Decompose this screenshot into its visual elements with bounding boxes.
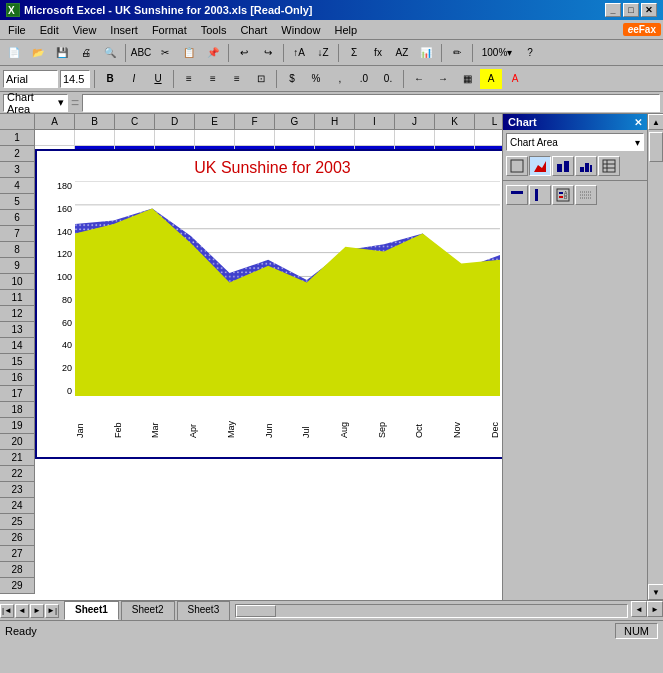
dec-decrease-button[interactable]: 0.	[377, 69, 399, 89]
redo-button[interactable]: ↪	[257, 43, 279, 63]
drawing-button[interactable]: ✏	[446, 43, 468, 63]
merge-center-button[interactable]: ⊡	[250, 69, 272, 89]
row-header-10[interactable]: 10	[0, 274, 35, 290]
col-header-F[interactable]: F	[235, 114, 275, 129]
chart-panel-dropdown[interactable]: Chart Area ▾	[506, 133, 644, 151]
indent-dec-button[interactable]: ←	[408, 69, 430, 89]
tab-next-button[interactable]: ►	[30, 604, 44, 618]
chart-type-bar-btn[interactable]	[552, 156, 574, 176]
print-preview-button[interactable]: 🔍	[99, 43, 121, 63]
name-box-arrow[interactable]: ▾	[58, 96, 64, 109]
col-header-L[interactable]: L	[475, 114, 502, 129]
plot-series-col-btn[interactable]	[529, 185, 551, 205]
row-header-6[interactable]: 6	[0, 210, 35, 226]
menu-tools[interactable]: Tools	[195, 22, 233, 38]
spell-check-button[interactable]: ABC	[130, 43, 152, 63]
font-color-button[interactable]: A	[504, 69, 526, 89]
menu-chart[interactable]: Chart	[234, 22, 273, 38]
col-header-K[interactable]: K	[435, 114, 475, 129]
font-size-input[interactable]	[60, 70, 90, 88]
align-center-button[interactable]: ≡	[202, 69, 224, 89]
h-scroll-right[interactable]: ►	[647, 601, 663, 617]
h-scroll-left[interactable]: ◄	[631, 601, 647, 617]
italic-button[interactable]: I	[123, 69, 145, 89]
sheet-tab-3[interactable]: Sheet3	[177, 601, 231, 620]
row-header-17[interactable]: 17	[0, 386, 35, 402]
scroll-track[interactable]	[648, 130, 663, 584]
tab-first-button[interactable]: |◄	[0, 604, 14, 618]
sheet-tab-1[interactable]: Sheet1	[64, 601, 119, 620]
sum-button[interactable]: Σ	[343, 43, 365, 63]
cell-C1[interactable]	[115, 130, 155, 146]
name-box[interactable]: Chart Area ▾	[3, 94, 68, 112]
copy-button[interactable]: 📋	[178, 43, 200, 63]
new-button[interactable]: 📄	[3, 43, 25, 63]
cell-L1[interactable]	[475, 130, 502, 146]
row-header-24[interactable]: 24	[0, 498, 35, 514]
chart-wizard-button[interactable]: 📊	[415, 43, 437, 63]
help-button[interactable]: ?	[519, 43, 541, 63]
window-controls[interactable]: _ □ ✕	[605, 3, 657, 17]
cell-B1[interactable]	[75, 130, 115, 146]
chart-table-btn[interactable]	[598, 156, 620, 176]
font-name-input[interactable]	[3, 70, 58, 88]
horizontal-scrollbar[interactable]	[232, 601, 631, 620]
menu-help[interactable]: Help	[328, 22, 363, 38]
underline-button[interactable]: U	[147, 69, 169, 89]
sheet-tab-2[interactable]: Sheet2	[121, 601, 175, 620]
cell-J1[interactable]	[395, 130, 435, 146]
cell-G1[interactable]	[275, 130, 315, 146]
func-button[interactable]: fx	[367, 43, 389, 63]
comma-button[interactable]: ,	[329, 69, 351, 89]
cell-I1[interactable]	[355, 130, 395, 146]
scroll-up-button[interactable]: ▲	[648, 114, 663, 130]
cell-E1[interactable]	[195, 130, 235, 146]
undo-button[interactable]: ↩	[233, 43, 255, 63]
row-header-21[interactable]: 21	[0, 450, 35, 466]
col-header-G[interactable]: G	[275, 114, 315, 129]
row-header-14[interactable]: 14	[0, 338, 35, 354]
row-header-26[interactable]: 26	[0, 530, 35, 546]
dec-increase-button[interactable]: .0	[353, 69, 375, 89]
col-header-E[interactable]: E	[195, 114, 235, 129]
corner-cell[interactable]	[0, 114, 35, 129]
close-button[interactable]: ✕	[641, 3, 657, 17]
row-header-13[interactable]: 13	[0, 322, 35, 338]
cell-D1[interactable]	[155, 130, 195, 146]
menu-view[interactable]: View	[67, 22, 103, 38]
chart-type-col-btn[interactable]	[575, 156, 597, 176]
menu-file[interactable]: File	[2, 22, 32, 38]
row-header-12[interactable]: 12	[0, 306, 35, 322]
scroll-down-button[interactable]: ▼	[648, 584, 663, 600]
sort-desc-button[interactable]: ↓Z	[312, 43, 334, 63]
currency-button[interactable]: $	[281, 69, 303, 89]
tab-last-button[interactable]: ►|	[45, 604, 59, 618]
chart-type-area-btn[interactable]	[529, 156, 551, 176]
chart-panel-close[interactable]: ✕	[634, 117, 642, 128]
percent-button[interactable]: %	[305, 69, 327, 89]
formula-input[interactable]	[82, 94, 660, 112]
row-header-16[interactable]: 16	[0, 370, 35, 386]
cut-button[interactable]: ✂	[154, 43, 176, 63]
maximize-button[interactable]: □	[623, 3, 639, 17]
az-sort-button[interactable]: AZ	[391, 43, 413, 63]
row-header-4[interactable]: 4	[0, 178, 35, 194]
row-header-5[interactable]: 5	[0, 194, 35, 210]
plot-series-row-btn[interactable]	[506, 185, 528, 205]
menu-insert[interactable]: Insert	[104, 22, 144, 38]
row-header-23[interactable]: 23	[0, 482, 35, 498]
format-selected-btn[interactable]	[506, 156, 528, 176]
efax-button[interactable]: eeFax	[623, 23, 661, 36]
row-header-9[interactable]: 9	[0, 258, 35, 274]
row-header-11[interactable]: 11	[0, 290, 35, 306]
row-header-28[interactable]: 28	[0, 562, 35, 578]
gridlines-btn[interactable]	[575, 185, 597, 205]
scroll-thumb[interactable]	[649, 132, 663, 162]
col-header-C[interactable]: C	[115, 114, 155, 129]
bold-button[interactable]: B	[99, 69, 121, 89]
sort-asc-button[interactable]: ↑A	[288, 43, 310, 63]
menu-format[interactable]: Format	[146, 22, 193, 38]
fill-color-button[interactable]: A	[480, 69, 502, 89]
row-header-20[interactable]: 20	[0, 434, 35, 450]
tab-prev-button[interactable]: ◄	[15, 604, 29, 618]
